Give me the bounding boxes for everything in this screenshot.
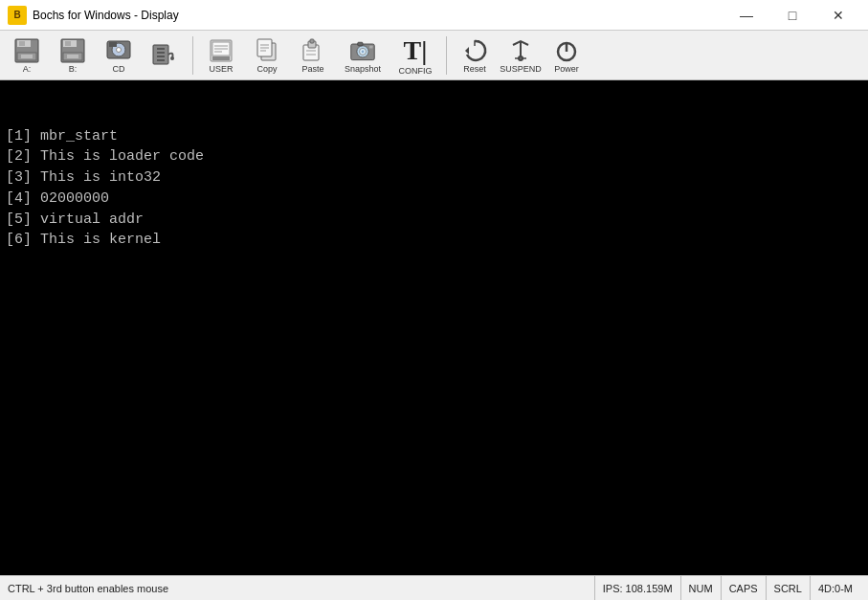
display-line bbox=[6, 500, 862, 522]
restore-button[interactable]: □ bbox=[770, 1, 814, 30]
toolbar-cdrom[interactable]: CD bbox=[98, 33, 140, 78]
status-caps: CAPS bbox=[721, 576, 766, 600]
display-line: [6] This is kernel bbox=[6, 230, 862, 251]
paste-label: Paste bbox=[301, 65, 323, 74]
status-ips: IPS: 108.159M bbox=[594, 576, 680, 600]
display-line bbox=[6, 251, 862, 272]
svg-rect-2 bbox=[19, 41, 25, 46]
display-line bbox=[6, 563, 862, 575]
cdrom-icon bbox=[105, 37, 132, 64]
floppy-a-label: A: bbox=[23, 65, 32, 74]
status-num: NUM bbox=[680, 576, 721, 600]
display-line bbox=[6, 459, 862, 480]
svg-rect-14 bbox=[153, 45, 168, 64]
title-left: B Bochs for Windows - Display bbox=[8, 6, 179, 25]
snapshot-icon bbox=[349, 37, 376, 64]
svg-rect-9 bbox=[67, 55, 78, 58]
floppy-b-icon bbox=[59, 37, 86, 64]
toolbar-snapshot[interactable]: Snapshot bbox=[338, 33, 388, 78]
toolbar-floppy-a[interactable]: A: bbox=[6, 33, 48, 78]
display-line bbox=[6, 334, 862, 355]
title-bar: B Bochs for Windows - Display — □ ✕ bbox=[0, 0, 868, 31]
svg-rect-40 bbox=[358, 42, 363, 46]
display-content: [1] mbr_start[2] This is loader code[3] … bbox=[6, 126, 862, 576]
toolbar-suspend[interactable]: SUSPEND bbox=[500, 33, 542, 78]
toolbar-sep-2 bbox=[446, 36, 447, 75]
reset-icon bbox=[461, 37, 488, 64]
suspend-label: SUSPEND bbox=[500, 65, 542, 74]
minimize-button[interactable]: — bbox=[724, 1, 768, 30]
status-main-text: CTRL + 3rd button enables mouse bbox=[8, 583, 594, 594]
paste-icon bbox=[300, 37, 326, 64]
toolbar-sep-1 bbox=[192, 36, 193, 75]
svg-marker-42 bbox=[465, 47, 469, 55]
display-line bbox=[6, 396, 862, 417]
display-line bbox=[6, 313, 862, 334]
config-icon: T| bbox=[398, 35, 433, 66]
display-line bbox=[6, 293, 862, 314]
display-line bbox=[6, 438, 862, 459]
toolbar-paste[interactable]: Paste bbox=[292, 33, 334, 78]
title-text: Bochs for Windows - Display bbox=[33, 9, 179, 22]
svg-rect-33 bbox=[310, 39, 314, 43]
status-bar: CTRL + 3rd button enables mouse IPS: 108… bbox=[0, 575, 868, 600]
svg-rect-41 bbox=[369, 45, 373, 48]
reset-label: Reset bbox=[463, 65, 486, 74]
cdrom-label: CD bbox=[113, 65, 125, 74]
display-line: [5] virtual addr bbox=[6, 210, 862, 231]
display-line bbox=[6, 543, 862, 564]
svg-rect-4 bbox=[21, 55, 33, 58]
display-line: [3] This is into32 bbox=[6, 167, 862, 189]
display-line bbox=[6, 272, 862, 293]
status-scrl: SCRL bbox=[766, 576, 810, 600]
close-button[interactable]: ✕ bbox=[816, 1, 860, 30]
toolbar-config[interactable]: T| CONFIG bbox=[391, 33, 439, 78]
copy-label: Copy bbox=[256, 65, 277, 74]
display-line: [4] 02000000 bbox=[6, 189, 862, 210]
user-icon bbox=[208, 37, 234, 64]
copy-icon bbox=[254, 37, 280, 64]
svg-point-19 bbox=[170, 56, 174, 60]
power-icon bbox=[553, 37, 580, 64]
svg-rect-7 bbox=[65, 41, 71, 46]
power-label: Power bbox=[554, 65, 579, 74]
svg-point-12 bbox=[117, 47, 122, 52]
display-line bbox=[6, 417, 862, 438]
title-controls: — □ ✕ bbox=[724, 1, 860, 30]
toolbar-copy[interactable]: Copy bbox=[246, 33, 288, 78]
toolbar-floppy-b[interactable]: B: bbox=[52, 33, 94, 78]
floppy-b-label: B: bbox=[69, 65, 78, 74]
toolbar-user[interactable]: USER bbox=[200, 33, 242, 78]
floppy-a-icon bbox=[13, 37, 40, 64]
svg-rect-22 bbox=[212, 56, 230, 60]
usb-icon bbox=[151, 41, 178, 68]
display-line bbox=[6, 479, 862, 500]
toolbar-power[interactable]: Power bbox=[545, 33, 588, 78]
display-line bbox=[6, 355, 862, 376]
status-id: 4D:0-M bbox=[810, 576, 860, 600]
snapshot-label: Snapshot bbox=[345, 65, 381, 74]
display-terminal[interactable]: [1] mbr_start[2] This is loader code[3] … bbox=[0, 80, 868, 575]
display-line bbox=[6, 376, 862, 397]
display-line: [1] mbr_start bbox=[6, 126, 862, 147]
display-line: [2] This is loader code bbox=[6, 146, 862, 167]
toolbar-reset[interactable]: Reset bbox=[454, 33, 496, 78]
toolbar-usb[interactable] bbox=[144, 33, 186, 78]
display-line bbox=[6, 522, 862, 543]
config-label: CONFIG bbox=[399, 67, 433, 76]
suspend-icon bbox=[507, 37, 534, 64]
svg-point-39 bbox=[362, 50, 365, 53]
user-label: USER bbox=[209, 65, 233, 74]
app-icon: B bbox=[8, 6, 27, 25]
toolbar: A: B: CD bbox=[0, 31, 868, 80]
svg-rect-13 bbox=[109, 42, 117, 47]
